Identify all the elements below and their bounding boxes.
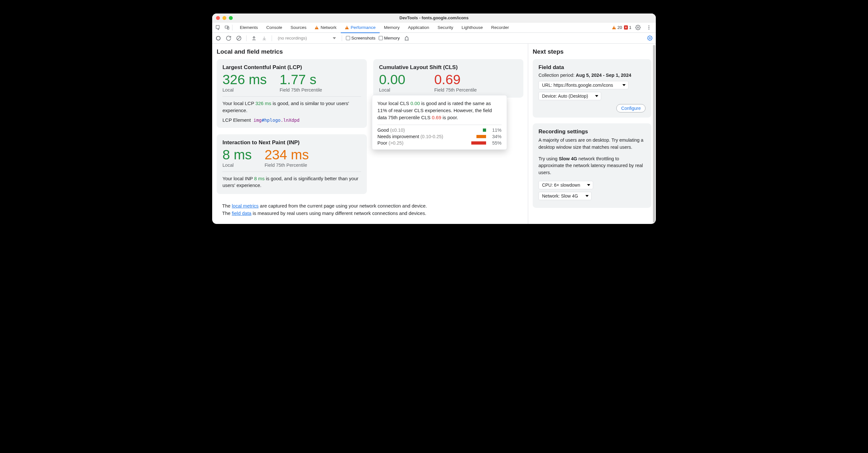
upload-button[interactable]	[250, 35, 257, 42]
recordings-select[interactable]: (no recordings)	[276, 35, 338, 41]
svg-point-6	[648, 29, 649, 30]
svg-rect-1	[225, 26, 228, 28]
warning-icon	[345, 26, 349, 29]
lcp-description: Your local LCP 326 ms is good, and is si…	[222, 100, 361, 114]
perf-toolbar: (no recordings) Screenshots Memory	[212, 33, 656, 44]
lcp-local-label: Local	[222, 87, 267, 93]
error-icon: ×	[624, 25, 628, 30]
recordings-select-value: (no recordings)	[278, 36, 307, 40]
card-field-data: Field data Collection period: Aug 5, 202…	[533, 59, 651, 118]
cls-tooltip: Your local CLS 0.00 is good and is rated…	[372, 95, 507, 150]
main-pane: Local and field metrics Largest Contentf…	[212, 44, 528, 224]
minimize-icon[interactable]	[222, 16, 226, 20]
memory-checkbox[interactable]: Memory	[379, 36, 400, 40]
cls-local-label: Local	[379, 87, 405, 93]
recording-text-2: Try using Slow 4G network throttling to …	[538, 156, 646, 176]
field-data-link[interactable]: field data	[232, 211, 251, 216]
collection-period: Collection period: Aug 5, 2024 - Sep 1, …	[538, 73, 646, 78]
section-heading: Next steps	[533, 48, 651, 55]
dist-row: Needs improvement(0.10-0.25)34%	[377, 134, 501, 139]
inspect-icon[interactable]	[214, 23, 222, 32]
inp-field-label: Field 75th Percentile	[265, 163, 309, 168]
url-select[interactable]: URL: https://fonts.google.com/icons	[538, 81, 628, 89]
clear-button[interactable]	[235, 35, 242, 42]
device-toggle-icon[interactable]	[222, 23, 231, 32]
lcp-field-label: Field 75th Percentile	[280, 87, 322, 93]
chevron-down-icon	[595, 95, 598, 97]
card-cls: Cumulative Layout Shift (CLS) 0.00 Local…	[373, 59, 523, 98]
errors-count[interactable]: ×1	[624, 25, 631, 30]
tab-lighthouse[interactable]: Lighthouse	[458, 23, 487, 33]
chevron-down-icon	[585, 195, 589, 197]
chevron-down-icon	[333, 37, 336, 39]
settings-icon[interactable]	[633, 23, 642, 32]
tab-console[interactable]: Console	[262, 23, 286, 33]
lcp-field-value: 1.77 s	[280, 73, 322, 87]
card-title: Cumulative Layout Shift (CLS)	[379, 64, 518, 71]
cls-tooltip-text: Your local CLS 0.00 is good and is rated…	[377, 100, 501, 121]
tab-memory[interactable]: Memory	[380, 23, 404, 33]
dist-row: Good(≤0.10)11%	[377, 128, 501, 133]
svg-point-8	[649, 37, 650, 38]
tab-security[interactable]: Security	[433, 23, 458, 33]
network-throttle-select[interactable]: Network: Slow 4G	[538, 192, 591, 200]
checkbox-icon	[379, 36, 383, 40]
cls-field-value: 0.69	[434, 73, 477, 87]
separator	[246, 35, 247, 41]
scrollbar-thumb[interactable]	[653, 45, 655, 223]
warnings-count[interactable]: 20	[612, 25, 622, 30]
lcp-element-selector[interactable]: img#hplogo.lnXdpd	[253, 118, 299, 123]
cls-field-label: Field 75th Percentile	[434, 87, 477, 93]
svg-rect-0	[216, 25, 219, 29]
tab-recorder[interactable]: Recorder	[487, 23, 514, 33]
tab-application[interactable]: Application	[404, 23, 433, 33]
section-heading: Local and field metrics	[217, 48, 523, 55]
download-button[interactable]	[261, 35, 268, 42]
devtools-window: DevTools - fonts.google.com/icons Elemen…	[212, 13, 656, 224]
side-pane: Next steps Field data Collection period:…	[528, 44, 656, 224]
lcp-element-label: LCP Element	[222, 117, 251, 123]
collect-garbage-button[interactable]	[403, 35, 410, 42]
card-title: Field data	[538, 64, 646, 71]
checkbox-icon	[346, 36, 350, 40]
tab-sources[interactable]: Sources	[286, 23, 311, 33]
more-icon[interactable]	[644, 23, 653, 32]
svg-point-4	[648, 25, 649, 26]
record-button[interactable]	[215, 35, 222, 42]
tab-network[interactable]: Network	[311, 23, 341, 33]
cls-distribution: Good(≤0.10)11%Needs improvement(0.10-0.2…	[377, 128, 501, 145]
reload-record-button[interactable]	[225, 35, 232, 42]
inp-local-value: 8 ms	[222, 148, 252, 162]
svg-point-5	[648, 27, 649, 28]
card-title: Recording settings	[538, 129, 646, 135]
separator	[232, 25, 232, 31]
card-inp: Interaction to Next Paint (INP) 8 ms Loc…	[217, 134, 367, 194]
maximize-icon[interactable]	[229, 16, 233, 20]
cls-local-value: 0.00	[379, 73, 405, 87]
configure-button[interactable]: Configure	[616, 104, 646, 112]
device-select[interactable]: Device: Auto (Desktop)	[538, 92, 601, 100]
window-controls	[216, 16, 233, 20]
inp-field-value: 234 ms	[265, 148, 309, 162]
card-recording-settings: Recording settings A majority of users a…	[533, 123, 651, 208]
warning-icon	[612, 26, 616, 29]
separator	[272, 35, 272, 41]
dist-row: Poor(>0.25)55%	[377, 140, 501, 145]
chevron-down-icon	[587, 184, 590, 186]
local-metrics-link[interactable]: local metrics	[232, 203, 258, 208]
warning-icon	[315, 26, 318, 29]
screenshots-checkbox[interactable]: Screenshots	[346, 36, 375, 40]
content: Local and field metrics Largest Contentf…	[212, 44, 656, 224]
inp-description: Your local INP 8 ms is good, and is sign…	[222, 175, 361, 189]
tab-performance[interactable]: Performance	[341, 23, 380, 33]
inp-local-label: Local	[222, 163, 252, 168]
metrics-info: The local metrics are captured from the …	[217, 200, 523, 220]
tab-elements[interactable]: Elements	[236, 23, 262, 33]
cpu-throttle-select[interactable]: CPU: 6× slowdown	[538, 181, 593, 189]
titlebar: DevTools - fonts.google.com/icons	[212, 13, 656, 23]
card-title: Interaction to Next Paint (INP)	[222, 139, 361, 146]
window-title: DevTools - fonts.google.com/icons	[400, 15, 469, 20]
close-icon[interactable]	[216, 16, 220, 20]
panel-settings-icon[interactable]	[646, 35, 653, 42]
card-title: Largest Contentful Paint (LCP)	[222, 64, 361, 71]
